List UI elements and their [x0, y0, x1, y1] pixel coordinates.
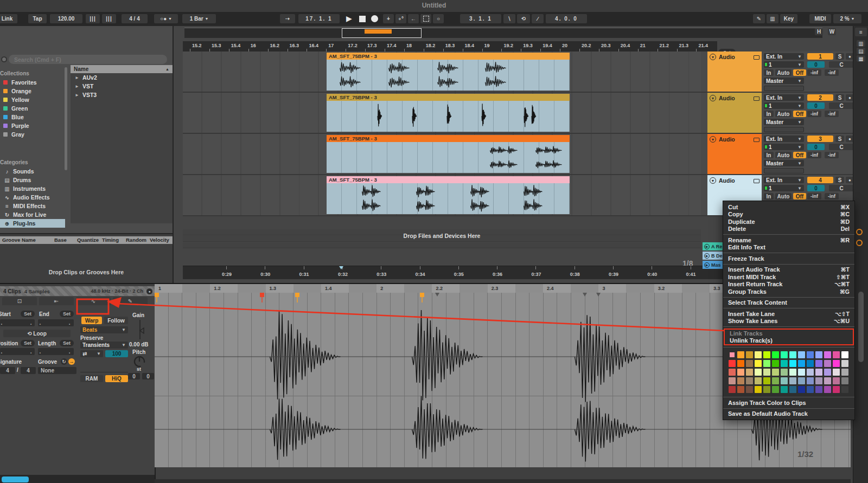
color-swatch[interactable] [824, 386, 831, 393]
browser-item[interactable]: ►AUv2 [71, 73, 173, 82]
browser-item[interactable]: ►VST3 [71, 91, 173, 99]
arrangement-clip[interactable]: AM_SFT_75BPM - 3 [327, 94, 570, 132]
input-channel-menu[interactable]: 1▼ [764, 102, 804, 109]
sidebar-item-collection[interactable]: Favorites [0, 78, 64, 87]
follow-button[interactable]: ⇢ [280, 14, 295, 23]
output-menu[interactable]: Master▼ [764, 119, 804, 125]
menu-item-select-track-content[interactable]: Select Track Content [723, 299, 854, 307]
transient-loop-mode-menu[interactable]: ⇄▼ [80, 350, 103, 357]
quantize-menu[interactable]: 1 Bar ▼ [182, 14, 216, 23]
color-swatch[interactable] [746, 351, 753, 358]
draw-mode-button[interactable]: ✎ [753, 14, 765, 23]
pitch-fine-value[interactable]: 0 [142, 373, 154, 379]
position-set-button[interactable]: Set [21, 340, 35, 346]
send-b-field[interactable]: -inf [825, 152, 839, 158]
color-swatch[interactable] [824, 351, 831, 358]
sidebar-item-category[interactable]: ↻Max for Live [0, 210, 65, 219]
computer-midi-keyboard-button[interactable]: ▥ [767, 14, 778, 23]
link-button[interactable]: Link [0, 14, 17, 23]
input-type-menu[interactable]: Ext. In▼ [764, 94, 804, 101]
sidebar-item-category[interactable]: ♪Sounds [0, 167, 65, 176]
menu-item-copy[interactable]: Copy⌘C [723, 211, 854, 218]
color-swatch[interactable] [841, 369, 848, 376]
color-swatch[interactable] [746, 386, 753, 393]
automation-arm-button[interactable]: ∘° [395, 14, 406, 23]
loop-length-field[interactable]: 4. 0. 0 [546, 14, 587, 23]
sidebar-item-category[interactable]: ⊕Plug-Ins [0, 219, 65, 228]
color-swatch[interactable] [737, 351, 744, 358]
monitor-in-button[interactable]: In [764, 152, 774, 158]
track-fold-icon[interactable]: ▼ [710, 136, 716, 143]
stop-button[interactable] [359, 16, 366, 22]
solo-button[interactable]: S [835, 136, 844, 142]
color-swatch[interactable] [763, 386, 770, 393]
send-b-field[interactable]: -inf [825, 111, 839, 117]
menu-item-edit-info-text[interactable]: Edit Info Text [723, 244, 854, 252]
clip-title-bar[interactable]: AM_SFT_75BPM - 3 [327, 176, 570, 183]
position-value[interactable]: . . [0, 348, 35, 355]
time-signature-field[interactable]: 4 / 4 [122, 14, 148, 23]
color-swatch[interactable] [729, 369, 736, 376]
clip-title-bar[interactable]: AM_SFT_75BPM - 3 [327, 94, 570, 101]
start-value[interactable]: . . [0, 319, 35, 326]
tempo-field[interactable]: 120.00 [50, 14, 82, 23]
end-value[interactable]: . . [38, 319, 74, 326]
input-channel-menu[interactable]: 1▼ [764, 144, 804, 150]
color-swatch[interactable] [789, 360, 796, 367]
menu-item-show-take-lanes[interactable]: Show Take Lanes⌥⌘U [723, 318, 854, 325]
clip-waveform-area[interactable] [327, 101, 570, 132]
punch-in-button[interactable]: ∖ [503, 14, 515, 23]
color-swatch[interactable] [729, 386, 736, 393]
color-swatch[interactable] [746, 360, 753, 367]
nudge-up-button[interactable]: ||| [102, 14, 116, 23]
clip-waveform-area[interactable] [327, 60, 570, 91]
sidebar-item-category[interactable]: ▥Instruments [0, 184, 65, 193]
key-map-button[interactable]: Key [780, 14, 797, 23]
vscroll-thumb[interactable] [858, 292, 864, 362]
color-swatch[interactable] [798, 386, 805, 393]
loop-toggle[interactable]: ⟲ Loop [3, 330, 71, 337]
transient-envelope-value[interactable]: 100 [105, 350, 128, 357]
send-a-field[interactable]: -inf [807, 152, 821, 158]
clip-title-bar[interactable]: AM_SFT_75BPM - 3 [327, 53, 570, 60]
length-set-button[interactable]: Set [60, 340, 74, 346]
solo-button[interactable]: S [835, 177, 844, 183]
track-delay-field[interactable] [764, 168, 804, 173]
volume-field[interactable]: 0 [807, 144, 825, 150]
track-color-area[interactable]: ▼Audio [707, 93, 762, 133]
monitor-off-button[interactable]: Off [793, 69, 806, 76]
loop-button[interactable]: ⟲ [517, 14, 530, 23]
tap-button[interactable]: Tap [28, 14, 47, 23]
return-fold-icon[interactable]: ▶ [704, 253, 710, 259]
hiq-toggle[interactable]: HiQ [105, 375, 128, 382]
input-type-menu[interactable]: Ext. In▼ [764, 136, 804, 142]
clip-waveform-area[interactable] [327, 142, 570, 173]
color-swatch[interactable] [729, 377, 736, 384]
send-a-field[interactable]: -inf [807, 193, 821, 199]
color-swatch[interactable] [746, 369, 753, 376]
monitor-in-button[interactable]: In [764, 111, 774, 117]
monitor-off-button[interactable]: Off [793, 111, 806, 117]
track-lane[interactable]: AM_SFT_75BPM - 3 [183, 175, 701, 216]
return-fold-icon[interactable]: ▶ [704, 244, 710, 249]
color-swatch[interactable] [781, 386, 788, 393]
clip-title-bar[interactable]: AM_SFT_75BPM - 3 [327, 135, 570, 142]
monitor-in-button[interactable]: In [764, 193, 774, 199]
sends-section-toggle[interactable]: ▤ [857, 48, 865, 54]
color-swatch[interactable] [755, 351, 762, 358]
tab-clip[interactable]: ⊡ [2, 297, 37, 305]
color-swatch[interactable] [789, 377, 796, 384]
cpu-load-meter[interactable]: 2 % ▼ [833, 14, 861, 23]
end-set-button[interactable]: Set [60, 311, 74, 317]
monitor-off-button[interactable]: Off [793, 152, 806, 158]
track-fold-icon[interactable]: ▼ [710, 177, 716, 184]
color-swatch[interactable] [798, 360, 805, 367]
groove-column-header[interactable]: Quantize [77, 237, 99, 243]
color-swatch[interactable] [737, 360, 744, 367]
warp-marker-icon[interactable] [295, 293, 299, 302]
color-swatch[interactable] [763, 360, 770, 367]
track-fold-icon[interactable]: ▼ [710, 54, 716, 60]
return-fold-icon[interactable]: ▶ [704, 262, 710, 268]
track-name[interactable]: Audio [719, 95, 754, 101]
color-swatch[interactable] [737, 369, 744, 376]
